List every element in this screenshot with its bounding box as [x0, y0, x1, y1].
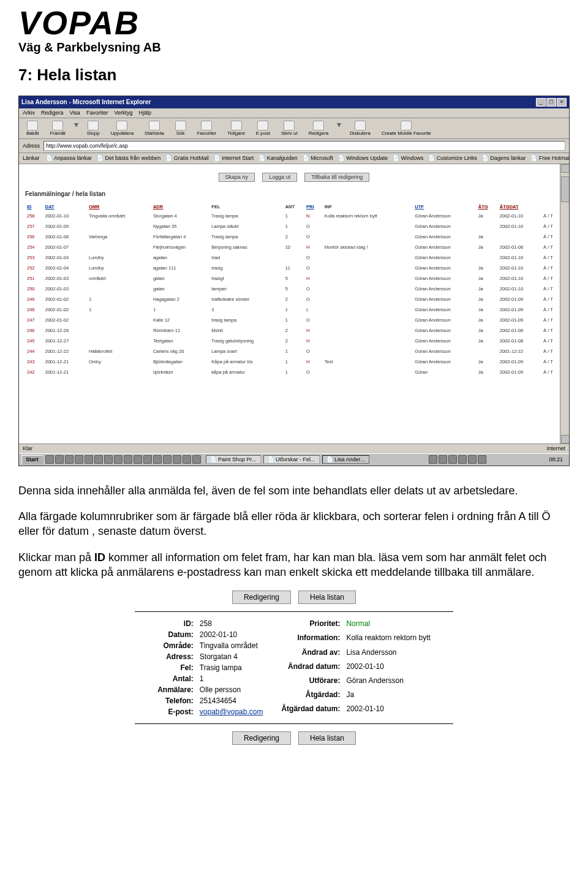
tray-icon[interactable] — [173, 455, 181, 464]
task-item[interactable]: 📄 Paint Shop Pr... — [206, 455, 261, 464]
link-item[interactable]: 📄 Det bästa från webben — [97, 155, 160, 161]
cell-id[interactable]: 243 — [25, 357, 43, 367]
table-row: 247 2002-01-02 Kalle 12 trasig lampa 1 O… — [25, 315, 563, 325]
toolbar-button[interactable]: Sök — [172, 120, 190, 137]
tray-icon[interactable] — [143, 455, 152, 464]
cell-id[interactable]: 254 — [25, 242, 43, 252]
tray-icon[interactable] — [75, 455, 83, 464]
column-header[interactable]: ID — [25, 203, 43, 211]
tray-icon[interactable] — [114, 455, 123, 464]
tray-icon[interactable] — [94, 455, 103, 464]
cell-atg: Ja — [477, 325, 498, 336]
page-button[interactable]: Tillbaka till redigering — [304, 173, 369, 182]
cell-id[interactable]: 257 — [25, 221, 43, 232]
cell-id[interactable]: 246 — [25, 325, 43, 336]
tray-icon[interactable] — [448, 455, 457, 464]
task-item[interactable]: 📄 Utforskar - Fel... — [263, 455, 320, 464]
column-header[interactable]: ADR — [151, 203, 209, 211]
page-button[interactable]: Skapa ny — [219, 173, 255, 182]
tray-icon[interactable] — [124, 455, 132, 464]
tray-icon[interactable] — [55, 455, 64, 464]
tray-icon[interactable] — [468, 455, 477, 464]
cell-id[interactable]: 242 — [25, 367, 43, 377]
toolbar-button[interactable]: Skriv ut — [277, 120, 301, 137]
cell-omr — [87, 315, 151, 325]
link-item[interactable]: 📄 Kanalguiden — [258, 155, 298, 161]
detail-button[interactable]: Redigering — [232, 731, 291, 745]
tray-icon[interactable] — [192, 455, 201, 464]
detail-button[interactable]: Hela listan — [298, 591, 356, 604]
cell-adr: björknäsn — [151, 367, 209, 377]
tray-icon[interactable] — [429, 455, 437, 464]
link-item[interactable]: 📄 Anpassa länkar — [46, 155, 92, 161]
detail-button[interactable]: Hela listan — [298, 731, 356, 745]
page-button[interactable]: Logga ut — [262, 173, 297, 182]
tray-icon[interactable] — [153, 455, 162, 464]
tray-icon[interactable] — [45, 455, 54, 464]
detail-button[interactable]: Redigering — [232, 591, 291, 604]
detail-value[interactable]: vopab@vopab.com — [200, 708, 263, 716]
tray-icon[interactable] — [65, 455, 74, 464]
tray-icon[interactable] — [439, 455, 447, 464]
cell-id[interactable]: 251 — [25, 273, 43, 284]
toolbar-button[interactable]: Stopp — [83, 120, 104, 137]
minimize-icon[interactable]: _ — [536, 98, 546, 107]
toolbar-button[interactable]: Favoriter — [194, 120, 221, 137]
scrollbar[interactable] — [560, 164, 569, 443]
menu-item[interactable]: Hjälp — [138, 110, 151, 116]
cell-id[interactable]: 249 — [25, 294, 43, 304]
menu-item[interactable]: Verktyg — [114, 110, 132, 116]
cell-id[interactable]: 253 — [25, 252, 43, 263]
toolbar-button[interactable]: Uppdatera — [107, 120, 137, 137]
cell-id[interactable]: 250 — [25, 284, 43, 294]
tray-icon[interactable] — [104, 455, 113, 464]
maximize-icon[interactable]: □ — [546, 98, 556, 107]
column-header[interactable]: DAT — [43, 203, 87, 211]
cell-id[interactable]: 258 — [25, 211, 43, 221]
toolbar-button[interactable]: Tidigare — [224, 120, 249, 137]
toolbar-button[interactable]: Startsida — [141, 120, 168, 137]
tray-icon[interactable] — [134, 455, 142, 464]
toolbar-button[interactable]: Redigera — [305, 120, 332, 137]
scroll-thumb[interactable] — [561, 176, 569, 202]
menu-item[interactable]: Redigera — [41, 110, 64, 116]
link-item[interactable]: 📄 Microsoft — [303, 155, 333, 161]
link-item[interactable]: 📄 Windows Update — [338, 155, 388, 161]
column-header[interactable]: ÅTGDAT — [498, 203, 541, 211]
menu-item[interactable]: Favoriter — [86, 110, 108, 116]
menu-item[interactable]: Arkiv — [23, 110, 35, 116]
tray-icon[interactable] — [478, 455, 486, 464]
close-icon[interactable]: × — [557, 98, 567, 107]
start-button[interactable]: Start — [21, 455, 43, 464]
toolbar-button[interactable]: Diskutera — [346, 120, 374, 137]
link-item[interactable]: 📄 Windows — [393, 155, 423, 161]
cell-id[interactable]: 248 — [25, 304, 43, 315]
tray-icon[interactable] — [163, 455, 172, 464]
column-header[interactable]: PRI — [304, 203, 323, 211]
cell-id[interactable]: 252 — [25, 263, 43, 273]
cell-id[interactable]: 244 — [25, 346, 43, 357]
toolbar-button[interactable]: E-post — [252, 120, 274, 137]
toolbar-button[interactable]: Framåt — [46, 120, 69, 137]
link-item[interactable]: 📄 Dagens länkar — [482, 155, 526, 161]
detail-value: Göran Andersson — [346, 676, 430, 688]
tray-icon[interactable] — [458, 455, 467, 464]
address-input[interactable] — [43, 141, 565, 151]
link-item[interactable]: 📄 Free Hotmail — [530, 155, 569, 161]
menu-item[interactable]: Visa — [70, 110, 80, 116]
tray-icon[interactable] — [183, 455, 191, 464]
toolbar-button[interactable]: Bakåt — [23, 120, 42, 137]
link-item[interactable]: 📄 Customize Links — [428, 155, 477, 161]
column-header[interactable]: ÅTG — [477, 203, 498, 211]
tray-icon[interactable] — [85, 455, 93, 464]
link-item[interactable]: 📄 Internet Start — [214, 155, 254, 161]
column-header[interactable]: UTF — [413, 203, 476, 211]
cell-id[interactable]: 256 — [25, 232, 43, 242]
link-item[interactable]: 📄 Gratis HotMail — [165, 155, 209, 161]
column-header[interactable]: OMR — [87, 203, 151, 211]
task-item[interactable]: 📄 Lisa Ander... — [322, 455, 369, 464]
cell-id[interactable]: 247 — [25, 315, 43, 325]
toolbar-button[interactable]: Create Mobile Favorite — [378, 120, 435, 137]
cell-id[interactable]: 245 — [25, 336, 43, 346]
cell-ant: 1 — [284, 221, 304, 232]
